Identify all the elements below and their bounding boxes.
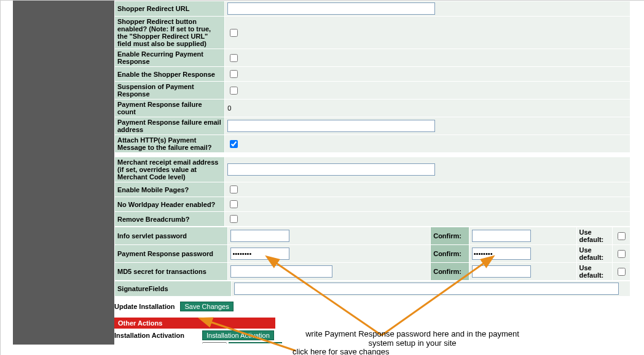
environment-select[interactable]: test — [202, 342, 227, 343]
use-default-cell — [613, 227, 630, 244]
checkbox-input[interactable] — [230, 140, 238, 148]
field-cell — [225, 67, 630, 81]
use-default-checkbox[interactable] — [618, 232, 626, 240]
field-label: Shopper Redirect URL — [115, 1, 224, 16]
field-label: Payment Response failure count — [115, 99, 224, 117]
use-default-label: Use default: — [577, 245, 612, 262]
field-cell — [228, 245, 430, 262]
input-signature-fields[interactable] — [234, 283, 619, 295]
checkbox-input[interactable] — [230, 87, 238, 95]
field-label: Payment Response password — [115, 245, 227, 262]
password-input[interactable] — [230, 265, 332, 278]
field-label: Enable Mobile Pages? — [115, 182, 224, 197]
checkbox-input[interactable] — [230, 200, 238, 208]
use-default-label: Use default: — [577, 227, 612, 244]
label-installation-activation: Installation Activation — [114, 332, 200, 339]
annotation-text-password: write Payment Response password here and… — [305, 329, 520, 348]
field-label: Info servlet password — [115, 227, 227, 244]
other-actions-header: Other Actions — [114, 318, 275, 329]
save-changes-button[interactable]: Save Changes — [180, 302, 233, 311]
confirm-password-input[interactable] — [472, 248, 531, 260]
field-label: Shopper Redirect button enabled? (Note: … — [115, 17, 224, 49]
password-input[interactable] — [230, 230, 289, 242]
field-cell — [225, 182, 630, 197]
use-default-cell — [613, 245, 630, 262]
use-default-label: Use default: — [577, 263, 612, 280]
password-input[interactable] — [230, 248, 289, 260]
installation-activation-button[interactable]: Installation Activation — [202, 330, 274, 340]
confirm-label: Confirm: — [431, 227, 469, 244]
field-cell — [225, 212, 630, 226]
confirm-password-input[interactable] — [472, 265, 531, 278]
field-cell: 0 — [225, 99, 630, 117]
confirm-cell — [469, 263, 576, 280]
field-cell — [225, 82, 630, 99]
field-cell — [228, 227, 430, 244]
field-label: Payment Response failure email address — [115, 117, 224, 135]
annotation-text-save: click here for save changes — [293, 347, 390, 355]
confirm-password-input[interactable] — [472, 230, 531, 242]
sidebar — [13, 1, 114, 345]
field-label: Enable Recurring Payment Response — [115, 49, 224, 66]
checkbox-input[interactable] — [230, 54, 238, 62]
field-label: Attach HTTP(s) Payment Message to the fa… — [115, 135, 224, 152]
field-label: MD5 secret for transactions — [115, 263, 227, 280]
checkbox-input[interactable] — [230, 29, 238, 37]
use-default-checkbox[interactable] — [618, 250, 626, 258]
field-label: No Worldpay Header enabled? — [115, 197, 224, 211]
confirm-cell — [469, 227, 576, 244]
field-cell — [225, 1, 630, 16]
checkbox-input[interactable] — [230, 185, 238, 193]
field-label: Merchant receipt email address (if set, … — [115, 157, 224, 182]
field-label: Remove Breadcrumb? — [115, 212, 224, 226]
text-input[interactable] — [227, 120, 435, 132]
field-cell — [228, 263, 430, 280]
label-update-installation: Update Installation — [114, 303, 175, 310]
confirm-cell — [469, 245, 576, 262]
use-default-cell — [613, 263, 630, 280]
checkbox-input[interactable] — [230, 215, 238, 223]
use-default-checkbox[interactable] — [618, 268, 626, 276]
field-cell — [225, 157, 630, 182]
field-cell — [225, 49, 630, 66]
text-input[interactable] — [227, 2, 435, 15]
field-cell — [225, 117, 630, 135]
confirm-label: Confirm: — [431, 263, 469, 280]
checkbox-input[interactable] — [230, 70, 238, 78]
field-label: Suspension of Payment Response — [115, 82, 224, 99]
field-cell — [225, 17, 630, 49]
config-form: Shopper Redirect URLShopper Redirect but… — [114, 1, 632, 343]
label-signature-fields: SignatureFields — [115, 281, 231, 296]
field-cell — [225, 135, 630, 152]
field-label: Enable the Shopper Response — [115, 67, 224, 81]
edit-installation-button[interactable]: edit installation — [229, 342, 282, 343]
text-input[interactable] — [227, 163, 435, 176]
field-cell — [225, 197, 630, 211]
confirm-label: Confirm: — [431, 245, 469, 262]
